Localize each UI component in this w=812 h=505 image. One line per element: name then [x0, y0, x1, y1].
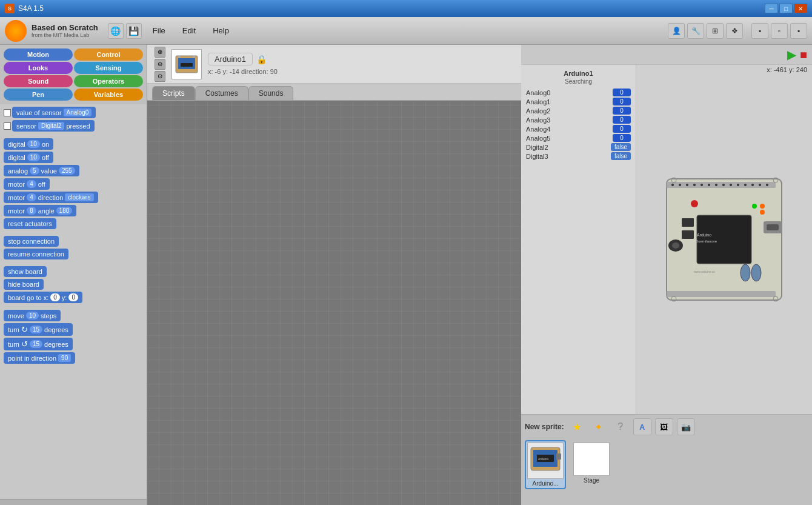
maximize-button[interactable]: □: [779, 4, 793, 13]
app-subtitle: from the MIT Media Lab: [32, 32, 98, 38]
turn-ccw-block[interactable]: turn ↺ 15 degrees: [4, 338, 73, 350]
sensor-pressed-checkbox[interactable]: [4, 122, 11, 130]
sensor-value-checkbox[interactable]: [4, 109, 11, 116]
import-sprite-button[interactable]: 🖼: [655, 418, 673, 435]
analog-value-row: analog 5 value 255: [4, 165, 143, 176]
motor-angle-block[interactable]: motor 8 angle 180: [4, 205, 76, 216]
analog0-row: Analog0 0: [526, 89, 631, 96]
board-go-block[interactable]: board go to x: 0 y: 0: [4, 292, 82, 303]
svg-text:Arduino: Arduino: [538, 457, 548, 461]
tab-scripts[interactable]: Scripts: [152, 86, 195, 100]
svg-rect-31: [682, 218, 694, 227]
digital2-row: Digital2 false: [526, 143, 631, 151]
stage-thumb: [573, 443, 610, 476]
stage-controls: ▶ ■: [521, 45, 812, 65]
resume-connection-block[interactable]: resume connection: [4, 249, 68, 259]
titlebar-controls: ─ □ ✕: [765, 4, 807, 13]
sprite-header: ⊕ ⊖ ⊙ Arduino1 🔒 x: -6 y:: [147, 45, 521, 84]
svg-point-19: [744, 184, 747, 186]
green-flag-button[interactable]: ▶: [787, 47, 796, 62]
user-icon[interactable]: 👤: [668, 23, 685, 39]
turn-ccw-row: turn ↺ 15 degrees: [4, 338, 143, 350]
save-icon[interactable]: 💾: [126, 23, 142, 39]
layout-2-icon[interactable]: ▫: [771, 23, 788, 39]
shrink-icon[interactable]: ⊖: [155, 59, 165, 70]
svg-rect-30: [691, 200, 698, 207]
svg-point-27: [752, 204, 757, 209]
analog3-row: Analog3 0: [526, 116, 631, 124]
motor-direction-block[interactable]: motor 4 direction clockwis: [4, 192, 98, 203]
file-menu-item[interactable]: File: [149, 24, 169, 38]
file-menu: File Edit Help: [149, 24, 668, 38]
tab-costumes[interactable]: Costumes: [195, 86, 248, 100]
show-board-block[interactable]: show board: [4, 266, 47, 277]
point-direction-block[interactable]: point in direction 90: [4, 352, 75, 364]
analog-value-block[interactable]: analog 5 value 255: [4, 165, 79, 176]
control-category[interactable]: Control: [74, 48, 143, 61]
svg-point-14: [708, 184, 710, 186]
svg-point-29: [760, 210, 765, 215]
layout-3-icon[interactable]: ▪: [790, 23, 807, 39]
stage-label: Stage: [584, 477, 599, 484]
sensor-pressed-row: sensor Digital2 pressed: [4, 120, 143, 132]
svg-point-28: [760, 204, 765, 209]
scratch-logo: [5, 20, 27, 42]
sensing-category[interactable]: Sensing: [74, 62, 143, 74]
globe-icon[interactable]: 🌐: [108, 23, 124, 39]
fullscreen-icon[interactable]: ⊞: [707, 23, 724, 39]
close-button[interactable]: ✕: [794, 4, 807, 13]
help-menu-item[interactable]: Help: [209, 24, 233, 38]
sprite-item-stage[interactable]: Stage: [571, 440, 612, 486]
scripts-area[interactable]: [147, 101, 521, 505]
variables-category[interactable]: Variables: [74, 89, 143, 101]
surprise-sprite-button[interactable]: ?: [611, 418, 630, 435]
svg-point-26: [672, 242, 679, 249]
layout-icon[interactable]: ❖: [726, 23, 743, 39]
motion-category[interactable]: Motion: [4, 48, 73, 61]
crosshair-icon[interactable]: ⊙: [155, 71, 165, 82]
svg-text:www.arduino.cc: www.arduino.cc: [694, 270, 716, 273]
motor-off-block[interactable]: motor 4 off: [4, 178, 50, 190]
move-steps-block[interactable]: move 10 steps: [4, 310, 61, 321]
sprite-coords: x: -6 y: -14 direction: 90: [208, 68, 278, 75]
sensor-value-block[interactable]: value of sensor Analog0: [12, 107, 96, 118]
turn-cw-block[interactable]: turn ↻ 15 degrees: [4, 323, 73, 336]
move-steps-row: move 10 steps: [4, 310, 143, 321]
blocks-panel: value of sensor Analog0 sensor Digital2 …: [0, 104, 147, 499]
arduino-monitor-title: Arduino1: [526, 70, 631, 77]
arduino-board-image: Arduino Duemilanove www.arduino.cc: [636, 65, 812, 414]
minimize-button[interactable]: ─: [765, 4, 778, 13]
sensor-pressed-block[interactable]: sensor Digital2 pressed: [12, 120, 95, 132]
settings-icon[interactable]: 🔧: [687, 23, 704, 39]
layout-1-icon[interactable]: ▪: [751, 23, 768, 39]
pen-category[interactable]: Pen: [4, 89, 73, 101]
paint-new-sprite-button[interactable]: ★: [568, 418, 586, 435]
sound-category[interactable]: Sound: [4, 75, 73, 87]
stop-button[interactable]: ■: [800, 48, 807, 62]
looks-category[interactable]: Looks: [4, 62, 73, 74]
horizontal-scrollbar[interactable]: [0, 499, 147, 505]
sprite-thumb-arduino: Arduino: [527, 443, 564, 479]
text-sprite-button[interactable]: A: [633, 418, 651, 435]
turn-cw-row: turn ↻ 15 degrees: [4, 323, 143, 336]
show-board-row: show board: [4, 266, 143, 277]
reset-actuators-block[interactable]: reset actuators: [4, 218, 56, 229]
edit-menu-item[interactable]: Edit: [179, 24, 199, 38]
digital-on-block[interactable]: digital 10 on: [4, 138, 53, 150]
hide-board-block[interactable]: hide board: [4, 279, 44, 290]
sprite-item-arduino[interactable]: Arduino Arduino...: [525, 440, 566, 489]
sprite-name-row: Arduino1 🔒: [208, 53, 278, 65]
operators-category[interactable]: Operators: [74, 75, 143, 87]
toolbar-right: 👤 🔧 ⊞ ❖ ▪ ▫ ▪: [668, 23, 807, 39]
svg-point-3: [193, 56, 195, 58]
stop-connection-block[interactable]: stop connection: [4, 236, 59, 247]
main-layout: Motion Control Looks Sensing Sound Opera…: [0, 45, 812, 505]
tab-sounds[interactable]: Sounds: [248, 86, 294, 100]
menubar: Based on Scratch from the MIT Media Lab …: [0, 17, 812, 45]
new-sprite-row: New sprite: ★ ✦ ? A 🖼 📷: [525, 418, 808, 435]
star-new-sprite-button[interactable]: ✦: [590, 418, 608, 435]
svg-rect-46: [556, 453, 561, 460]
digital-off-block[interactable]: digital 10 off: [4, 152, 53, 163]
grow-icon[interactable]: ⊕: [155, 47, 165, 58]
camera-sprite-button[interactable]: 📷: [677, 418, 695, 435]
